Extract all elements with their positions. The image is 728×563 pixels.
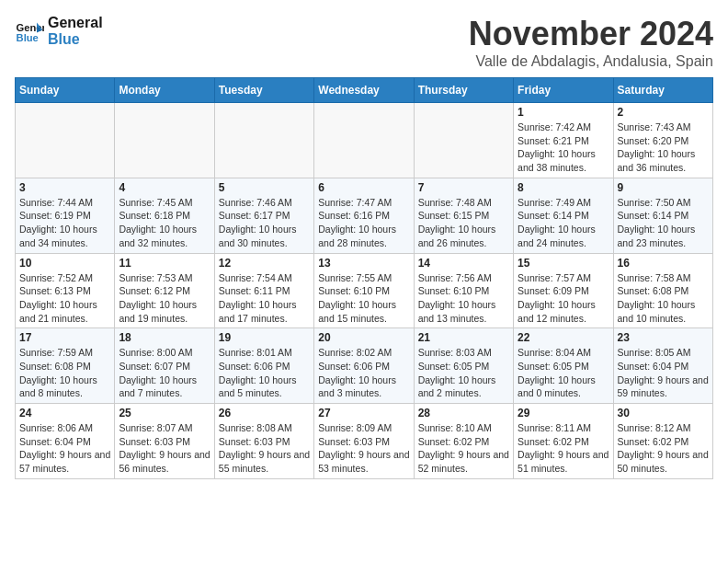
day-info: Sunrise: 8:08 AMSunset: 6:03 PMDaylight:… [219, 421, 310, 476]
calendar-cell: 14Sunrise: 7:56 AMSunset: 6:10 PMDayligh… [414, 253, 513, 328]
calendar-cell: 2Sunrise: 7:43 AMSunset: 6:20 PMDaylight… [613, 103, 712, 178]
weekday-header-monday: Monday [115, 78, 214, 103]
day-number: 6 [318, 181, 409, 194]
weekday-header-friday: Friday [514, 78, 613, 103]
day-number: 1 [518, 106, 609, 119]
calendar-cell: 7Sunrise: 7:48 AMSunset: 6:15 PMDaylight… [414, 178, 513, 253]
day-number: 20 [318, 331, 409, 344]
day-number: 2 [618, 106, 709, 119]
day-info: Sunrise: 8:09 AMSunset: 6:03 PMDaylight:… [318, 421, 409, 476]
logo-blue: Blue [48, 31, 103, 48]
day-info: Sunrise: 8:00 AMSunset: 6:07 PMDaylight:… [119, 346, 210, 400]
day-number: 30 [618, 407, 709, 419]
day-number: 24 [19, 407, 110, 419]
day-number: 8 [518, 181, 609, 194]
day-info: Sunrise: 8:06 AMSunset: 6:04 PMDaylight:… [19, 421, 110, 476]
weekday-header-wednesday: Wednesday [314, 78, 414, 103]
calendar-cell: 21Sunrise: 8:03 AMSunset: 6:05 PMDayligh… [414, 328, 513, 404]
day-info: Sunrise: 7:50 AMSunset: 6:14 PMDaylight:… [618, 196, 709, 250]
day-number: 5 [219, 181, 310, 194]
weekday-header-row: SundayMondayTuesdayWednesdayThursdayFrid… [16, 78, 713, 103]
calendar-cell [414, 103, 513, 178]
day-number: 13 [318, 257, 409, 270]
calendar-week-row: 24Sunrise: 8:06 AMSunset: 6:04 PMDayligh… [16, 404, 713, 479]
calendar-table: SundayMondayTuesdayWednesdayThursdayFrid… [15, 77, 713, 479]
calendar-cell: 3Sunrise: 7:44 AMSunset: 6:19 PMDaylight… [16, 178, 115, 253]
day-number: 19 [219, 331, 310, 344]
day-info: Sunrise: 7:54 AMSunset: 6:11 PMDaylight:… [219, 271, 310, 326]
calendar-cell: 16Sunrise: 7:58 AMSunset: 6:08 PMDayligh… [613, 253, 712, 328]
calendar-cell: 28Sunrise: 8:10 AMSunset: 6:02 PMDayligh… [414, 404, 513, 479]
logo: General Blue General Blue [15, 15, 103, 47]
day-info: Sunrise: 7:55 AMSunset: 6:10 PMDaylight:… [318, 271, 409, 326]
day-info: Sunrise: 7:57 AMSunset: 6:09 PMDaylight:… [518, 271, 609, 326]
location-subtitle: Valle de Abdalagis, Andalusia, Spain [469, 53, 713, 70]
day-number: 16 [618, 257, 709, 270]
day-info: Sunrise: 7:47 AMSunset: 6:16 PMDaylight:… [318, 196, 409, 250]
day-number: 9 [618, 181, 709, 194]
calendar-cell: 24Sunrise: 8:06 AMSunset: 6:04 PMDayligh… [16, 404, 115, 479]
day-number: 12 [219, 257, 310, 270]
calendar-cell: 15Sunrise: 7:57 AMSunset: 6:09 PMDayligh… [514, 253, 613, 328]
calendar-cell [16, 103, 115, 178]
day-info: Sunrise: 7:53 AMSunset: 6:12 PMDaylight:… [119, 271, 210, 326]
day-info: Sunrise: 7:59 AMSunset: 6:08 PMDaylight:… [19, 346, 110, 400]
weekday-header-thursday: Thursday [414, 78, 513, 103]
day-number: 29 [518, 407, 609, 419]
day-number: 23 [618, 331, 709, 344]
day-number: 17 [19, 331, 110, 344]
calendar-week-row: 1Sunrise: 7:42 AMSunset: 6:21 PMDaylight… [16, 103, 713, 178]
calendar-cell: 18Sunrise: 8:00 AMSunset: 6:07 PMDayligh… [115, 328, 214, 404]
day-number: 28 [418, 407, 509, 419]
day-number: 7 [418, 181, 509, 194]
day-number: 15 [518, 257, 609, 270]
day-info: Sunrise: 8:03 AMSunset: 6:05 PMDaylight:… [418, 346, 509, 400]
day-number: 10 [19, 257, 110, 270]
calendar-cell: 17Sunrise: 7:59 AMSunset: 6:08 PMDayligh… [16, 328, 115, 404]
calendar-cell: 12Sunrise: 7:54 AMSunset: 6:11 PMDayligh… [214, 253, 313, 328]
calendar-cell: 23Sunrise: 8:05 AMSunset: 6:04 PMDayligh… [613, 328, 712, 404]
calendar-cell [115, 103, 214, 178]
calendar-cell: 27Sunrise: 8:09 AMSunset: 6:03 PMDayligh… [314, 404, 414, 479]
day-number: 25 [119, 407, 210, 419]
day-info: Sunrise: 8:11 AMSunset: 6:02 PMDaylight:… [518, 421, 609, 476]
day-number: 21 [418, 331, 509, 344]
day-info: Sunrise: 8:04 AMSunset: 6:05 PMDaylight:… [518, 346, 609, 400]
calendar-week-row: 10Sunrise: 7:52 AMSunset: 6:13 PMDayligh… [16, 253, 713, 328]
calendar-cell: 8Sunrise: 7:49 AMSunset: 6:14 PMDaylight… [514, 178, 613, 253]
calendar-cell: 5Sunrise: 7:46 AMSunset: 6:17 PMDaylight… [214, 178, 313, 253]
day-number: 18 [119, 331, 210, 344]
calendar-cell: 20Sunrise: 8:02 AMSunset: 6:06 PMDayligh… [314, 328, 414, 404]
calendar-cell: 6Sunrise: 7:47 AMSunset: 6:16 PMDaylight… [314, 178, 414, 253]
page-header: General Blue General Blue November 2024 … [15, 15, 713, 70]
day-info: Sunrise: 7:44 AMSunset: 6:19 PMDaylight:… [19, 196, 110, 250]
day-info: Sunrise: 7:48 AMSunset: 6:15 PMDaylight:… [418, 196, 509, 250]
calendar-cell: 10Sunrise: 7:52 AMSunset: 6:13 PMDayligh… [16, 253, 115, 328]
logo-icon: General Blue [15, 17, 44, 46]
calendar-cell: 19Sunrise: 8:01 AMSunset: 6:06 PMDayligh… [214, 328, 313, 404]
day-number: 22 [518, 331, 609, 344]
day-info: Sunrise: 7:46 AMSunset: 6:17 PMDaylight:… [219, 196, 310, 250]
calendar-cell: 1Sunrise: 7:42 AMSunset: 6:21 PMDaylight… [514, 103, 613, 178]
day-number: 26 [219, 407, 310, 419]
weekday-header-tuesday: Tuesday [214, 78, 313, 103]
day-number: 3 [19, 181, 110, 194]
title-area: November 2024 Valle de Abdalagis, Andalu… [469, 15, 713, 70]
calendar-cell: 11Sunrise: 7:53 AMSunset: 6:12 PMDayligh… [115, 253, 214, 328]
calendar-cell: 13Sunrise: 7:55 AMSunset: 6:10 PMDayligh… [314, 253, 414, 328]
day-info: Sunrise: 8:02 AMSunset: 6:06 PMDaylight:… [318, 346, 409, 400]
calendar-cell: 26Sunrise: 8:08 AMSunset: 6:03 PMDayligh… [214, 404, 313, 479]
logo-general: General [48, 15, 103, 31]
weekday-header-sunday: Sunday [16, 78, 115, 103]
calendar-cell: 25Sunrise: 8:07 AMSunset: 6:03 PMDayligh… [115, 404, 214, 479]
day-info: Sunrise: 7:52 AMSunset: 6:13 PMDaylight:… [19, 271, 110, 326]
calendar-week-row: 17Sunrise: 7:59 AMSunset: 6:08 PMDayligh… [16, 328, 713, 404]
month-title: November 2024 [469, 15, 713, 53]
day-info: Sunrise: 8:12 AMSunset: 6:02 PMDaylight:… [618, 421, 709, 476]
svg-text:Blue: Blue [17, 32, 39, 43]
calendar-cell: 30Sunrise: 8:12 AMSunset: 6:02 PMDayligh… [613, 404, 712, 479]
day-info: Sunrise: 7:49 AMSunset: 6:14 PMDaylight:… [518, 196, 609, 250]
calendar-cell: 29Sunrise: 8:11 AMSunset: 6:02 PMDayligh… [514, 404, 613, 479]
day-info: Sunrise: 8:10 AMSunset: 6:02 PMDaylight:… [418, 421, 509, 476]
weekday-header-saturday: Saturday [613, 78, 712, 103]
